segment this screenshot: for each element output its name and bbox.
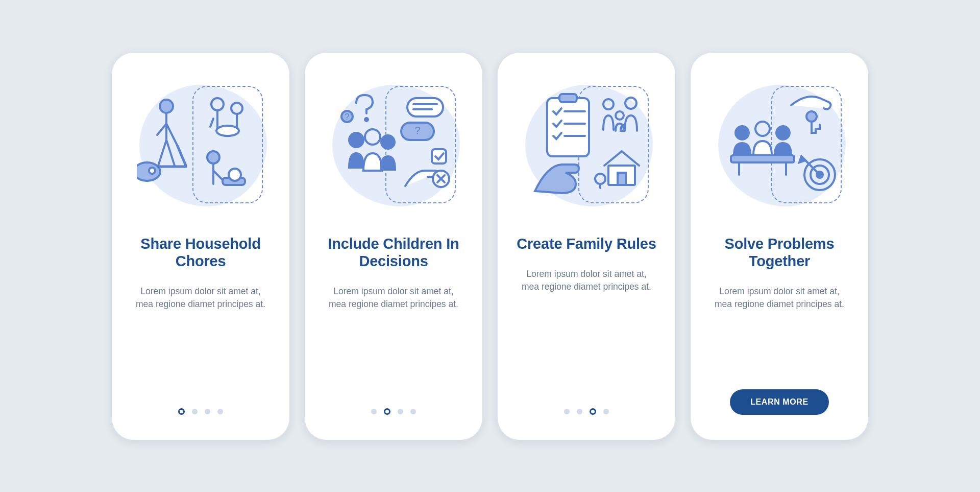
svg-rect-28 xyxy=(618,173,626,185)
pagination-dot[interactable] xyxy=(603,409,609,414)
svg-text:?: ? xyxy=(345,112,350,121)
svg-rect-22 xyxy=(547,98,589,156)
svg-point-9 xyxy=(365,118,368,121)
pagination-dot[interactable] xyxy=(384,408,390,415)
pagination-dot[interactable] xyxy=(192,409,198,414)
pagination-dots xyxy=(178,408,223,415)
children-decisions-icon: ? ? xyxy=(327,79,460,212)
svg-point-29 xyxy=(595,174,605,184)
svg-point-24 xyxy=(603,99,614,109)
solve-problems-icon xyxy=(713,79,846,212)
pagination-dot[interactable] xyxy=(410,409,416,414)
pagination-dot[interactable] xyxy=(398,409,403,414)
svg-point-31 xyxy=(806,111,817,122)
pagination-dot[interactable] xyxy=(205,409,210,414)
screen-title: Create Family Rules xyxy=(517,235,656,252)
onboarding-screen-4: Solve Problems Together Lorem ipsum dolo… xyxy=(690,52,869,440)
svg-point-13 xyxy=(365,129,380,145)
pagination-dot[interactable] xyxy=(590,408,596,415)
pagination-dot[interactable] xyxy=(371,409,377,414)
svg-point-14 xyxy=(381,135,395,149)
svg-point-32 xyxy=(736,126,749,139)
svg-point-3 xyxy=(211,98,224,110)
svg-point-2 xyxy=(149,168,155,174)
household-chores-icon xyxy=(134,79,267,212)
screen-description: Lorem ipsum dolor sit amet at, mea regio… xyxy=(132,285,270,311)
svg-point-26 xyxy=(616,111,624,120)
pagination-dot[interactable] xyxy=(217,409,223,414)
onboarding-screen-2: ? ? Include Children I xyxy=(304,52,483,440)
onboarding-screen-3: Create Family Rules Lorem ipsum dolor si… xyxy=(497,52,676,440)
svg-point-5 xyxy=(216,126,239,136)
svg-point-4 xyxy=(231,103,242,114)
screen-description: Lorem ipsum dolor sit amet at, mea regio… xyxy=(710,285,848,311)
screen-title: Share Household Chores xyxy=(129,235,273,270)
svg-point-0 xyxy=(160,100,173,113)
svg-rect-15 xyxy=(407,98,443,116)
onboarding-screen-1: Share Household Chores Lorem ipsum dolor… xyxy=(111,52,290,440)
learn-more-button[interactable]: LEARN MORE xyxy=(730,389,829,415)
svg-rect-35 xyxy=(731,155,794,162)
pagination-dot[interactable] xyxy=(577,409,582,414)
svg-point-6 xyxy=(207,151,219,163)
svg-rect-20 xyxy=(432,149,446,163)
pagination-dots xyxy=(371,408,416,415)
family-rules-icon xyxy=(520,79,653,212)
pagination-dots xyxy=(564,408,609,415)
screen-title: Include Children In Decisions xyxy=(322,235,465,270)
svg-point-12 xyxy=(349,133,363,147)
svg-text:?: ? xyxy=(414,125,420,136)
svg-point-25 xyxy=(625,98,636,109)
svg-rect-23 xyxy=(559,94,577,102)
svg-point-34 xyxy=(776,126,790,139)
svg-point-33 xyxy=(755,122,770,136)
pagination-dot[interactable] xyxy=(178,408,185,415)
svg-point-8 xyxy=(229,169,241,181)
screen-title: Solve Problems Together xyxy=(707,235,851,270)
pagination-dot[interactable] xyxy=(564,409,570,414)
screen-description: Lorem ipsum dolor sit amet at, mea regio… xyxy=(325,285,462,311)
screen-description: Lorem ipsum dolor sit amet at, mea regio… xyxy=(518,268,655,294)
